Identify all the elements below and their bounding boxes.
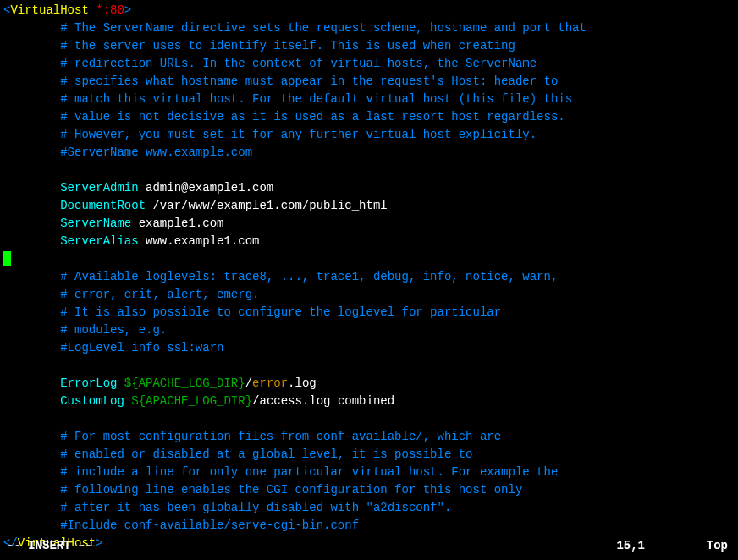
- status-bar: -- INSERT -- 15,1 Top: [0, 537, 738, 555]
- code-line[interactable]: # following line enables the CGI configu…: [3, 481, 735, 499]
- code-line[interactable]: ServerAdmin admin@example1.com: [3, 179, 735, 197]
- code-line[interactable]: [3, 357, 735, 375]
- code-line[interactable]: DocumentRoot /var/www/example1.com/publi…: [3, 197, 735, 215]
- code-line[interactable]: # after it has been globally disabled wi…: [3, 499, 735, 517]
- code-line[interactable]: [3, 250, 735, 268]
- cursor: [3, 251, 11, 266]
- code-line[interactable]: [3, 162, 735, 179]
- vim-editor[interactable]: <VirtualHost *:80> # The ServerName dire…: [3, 2, 735, 552]
- scroll-position: Top: [707, 537, 731, 555]
- code-line[interactable]: # For most configuration files from conf…: [3, 428, 735, 446]
- code-line[interactable]: # value is not decisive as it is used as…: [3, 108, 735, 126]
- vim-mode: -- INSERT --: [7, 537, 92, 555]
- code-line[interactable]: #LogLevel info ssl:warn: [3, 339, 735, 357]
- code-line[interactable]: [3, 410, 735, 428]
- code-line[interactable]: # enabled or disabled at a global level,…: [3, 446, 735, 464]
- code-line[interactable]: #ServerName www.example.com: [3, 144, 735, 162]
- code-line[interactable]: # include a line for only one particular…: [3, 464, 735, 481]
- code-line[interactable]: # the server uses to identify itself. Th…: [3, 37, 735, 55]
- code-line[interactable]: ErrorLog ${APACHE_LOG_DIR}/error.log: [3, 375, 735, 393]
- code-line[interactable]: # However, you must set it for any furth…: [3, 126, 735, 144]
- code-line[interactable]: ServerName example1.com: [3, 215, 735, 233]
- code-line[interactable]: # The ServerName directive sets the requ…: [3, 19, 735, 37]
- code-line[interactable]: # error, crit, alert, emerg.: [3, 286, 735, 304]
- code-line[interactable]: # redirection URLs. In the context of vi…: [3, 55, 735, 73]
- code-line[interactable]: ServerAlias www.example1.com: [3, 233, 735, 250]
- code-line[interactable]: CustomLog ${APACHE_LOG_DIR}/access.log c…: [3, 393, 735, 410]
- code-line[interactable]: # modules, e.g.: [3, 321, 735, 339]
- cursor-position: 15,1: [616, 537, 645, 555]
- code-line[interactable]: # Available loglevels: trace8, ..., trac…: [3, 268, 735, 286]
- code-line[interactable]: # It is also possible to configure the l…: [3, 304, 735, 321]
- code-line[interactable]: #Include conf-available/serve-cgi-bin.co…: [3, 517, 735, 535]
- code-line[interactable]: <VirtualHost *:80>: [3, 2, 735, 19]
- code-line[interactable]: # match this virtual host. For the defau…: [3, 91, 735, 108]
- code-line[interactable]: # specifies what hostname must appear in…: [3, 73, 735, 91]
